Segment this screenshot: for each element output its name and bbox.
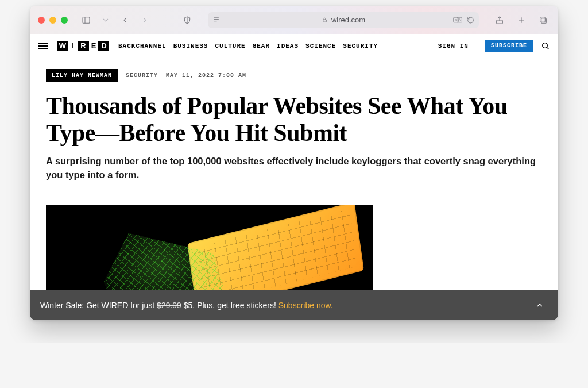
wired-logo[interactable]: W I R E D xyxy=(57,41,109,51)
page-content: W I R E D BACKCHANNEL BUSINESS CULTURE G… xyxy=(30,34,558,320)
reader-mode-icon[interactable] xyxy=(212,16,220,25)
nav-ideas[interactable]: IDEAS xyxy=(277,43,299,49)
browser-titlebar: wired.com aA xyxy=(30,6,558,34)
address-bar[interactable]: wired.com aA xyxy=(208,12,479,28)
divider xyxy=(477,40,477,52)
browser-window: wired.com aA W I xyxy=(30,6,558,320)
window-minimize-button[interactable] xyxy=(49,17,56,24)
promo-price: $5. Plus, get free stickers! xyxy=(181,301,278,310)
nav-gear[interactable]: GEAR xyxy=(253,43,270,49)
logo-letter: D xyxy=(99,41,109,51)
tabs-overview-button[interactable] xyxy=(536,13,550,27)
logo-letter: R xyxy=(78,41,88,51)
logo-letter: W xyxy=(57,41,68,51)
window-close-button[interactable] xyxy=(38,17,45,24)
article-category[interactable]: SECURITY xyxy=(126,72,158,79)
article-timestamp: MAY 11, 2022 7:00 AM xyxy=(166,72,246,79)
site-header: W I R E D BACKCHANNEL BUSINESS CULTURE G… xyxy=(30,34,558,57)
sidebar-toggle-button[interactable] xyxy=(79,13,93,27)
subscribe-button[interactable]: SUBSCRIBE xyxy=(485,40,533,52)
primary-nav: BACKCHANNEL BUSINESS CULTURE GEAR IDEAS … xyxy=(118,43,378,49)
nav-science[interactable]: SCIENCE xyxy=(305,43,336,49)
svg-rect-0 xyxy=(83,17,90,23)
author-badge[interactable]: LILY HAY NEWMAN xyxy=(46,69,118,82)
article-meta: LILY HAY NEWMAN SECURITY MAY 11, 2022 7:… xyxy=(46,69,542,82)
sign-in-link[interactable]: SIGN IN xyxy=(438,43,469,49)
logo-letter: I xyxy=(68,41,78,51)
promo-lead: Winter Sale: Get WIRED for just xyxy=(40,301,157,310)
promo-strike-price: $29.99 xyxy=(157,301,181,310)
privacy-shield-icon[interactable] xyxy=(180,13,194,27)
translate-icon[interactable]: aA xyxy=(453,16,462,23)
nav-business[interactable]: BUSINESS xyxy=(173,43,208,49)
back-button[interactable] xyxy=(118,13,132,27)
reload-button[interactable] xyxy=(467,16,474,24)
share-button[interactable] xyxy=(493,13,506,27)
window-controls xyxy=(38,17,68,24)
article-headline: Thousands of Popular Websites See What Y… xyxy=(46,93,542,147)
tab-dropdown-icon[interactable] xyxy=(99,13,113,27)
lock-icon xyxy=(322,17,328,23)
svg-line-17 xyxy=(547,47,548,49)
menu-button[interactable] xyxy=(38,43,48,49)
svg-rect-6 xyxy=(323,20,327,22)
svg-rect-14 xyxy=(541,18,547,23)
window-zoom-button[interactable] xyxy=(61,17,68,24)
svg-point-16 xyxy=(543,43,548,48)
address-bar-domain: wired.com xyxy=(331,16,365,24)
article: LILY HAY NEWMAN SECURITY MAY 11, 2022 7:… xyxy=(30,57,558,320)
svg-rect-15 xyxy=(540,17,546,22)
logo-letter: E xyxy=(88,41,99,51)
forward-button[interactable] xyxy=(138,13,152,27)
promo-expand-button[interactable] xyxy=(532,297,548,313)
nav-culture[interactable]: CULTURE xyxy=(215,43,245,49)
promo-cta-link[interactable]: Subscribe now. xyxy=(278,301,333,310)
search-icon[interactable] xyxy=(541,41,550,51)
svg-text:A: A xyxy=(458,18,461,21)
new-tab-button[interactable] xyxy=(514,13,528,27)
nav-backchannel[interactable]: BACKCHANNEL xyxy=(118,43,167,49)
article-dek: A surprising number of the top 100,000 w… xyxy=(46,155,542,182)
promo-banner[interactable]: Winter Sale: Get WIRED for just $29.99 $… xyxy=(30,290,558,320)
nav-security[interactable]: SECURITY xyxy=(343,43,378,49)
